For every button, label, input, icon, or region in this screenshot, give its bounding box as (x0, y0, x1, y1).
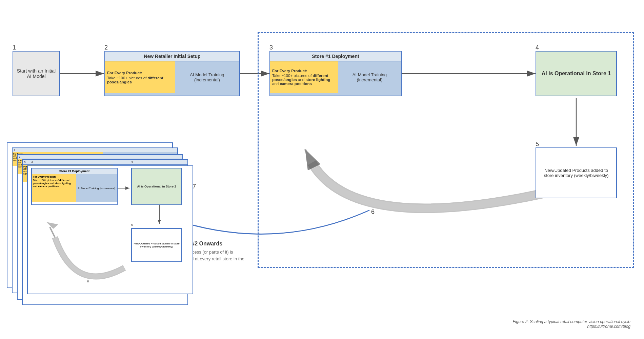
step1-box: Start with an Initial AI Model (13, 51, 60, 96)
step1-num: 1 (13, 44, 16, 51)
step2-title: New Retailer Initial Setup (105, 52, 239, 61)
mini-curved-arrow (31, 210, 131, 288)
figure-caption: Figure 2: Scaling a typical retail compu… (512, 319, 630, 329)
step6-num: 6 (371, 208, 375, 216)
step3-title: Store #1 Deployment (270, 52, 401, 61)
step2-box: New Retailer Initial Setup For Every Pro… (104, 51, 240, 96)
mini-card-front: 3 Store #1 Deployment For Every Product:… (27, 165, 193, 294)
step3-num: 3 (269, 44, 273, 51)
step3-left: For Every Product: Take ~100+ pictures o… (270, 61, 338, 93)
step4-num: 4 (536, 44, 539, 51)
mini-step3-num: 3 (31, 160, 33, 163)
mini-step4-box: AI is Operational in Store 2 (131, 168, 182, 205)
mini-step5-box: New/Updated Products added to store inve… (131, 228, 182, 262)
step4-box: AI is Operational in Store 1 (536, 51, 617, 96)
step5-num: 5 (536, 141, 539, 148)
step2-right: AI Model Training (incremental) (175, 61, 239, 93)
step3-right: AI Model Training (incremental) (338, 61, 401, 93)
step5-label: New/Updated Products added to store inve… (536, 165, 616, 181)
step3-box: Store #1 Deployment For Every Product: T… (269, 51, 402, 96)
mini-step3-box: Store #1 Deployment For Every Product: T… (31, 168, 118, 205)
mini-step4-num: 4 (131, 160, 133, 163)
step2-left: For Every Product: Take ~100+ pictures o… (105, 61, 175, 93)
step1-label: Start with an Initial AI Model (13, 65, 59, 82)
mini-arrow-3-4 (118, 185, 131, 192)
canvas: 1 Start with an Initial AI Model 2 New R… (0, 0, 644, 339)
mini-arrow-4-5 (156, 205, 163, 225)
step2-num: 2 (104, 44, 108, 51)
svg-marker-10 (46, 222, 58, 229)
step5-box: New/Updated Products added to store inve… (536, 147, 617, 198)
mini-step5-num: 5 (131, 223, 133, 226)
step4-label: AI is Operational in Store 1 (539, 68, 614, 79)
